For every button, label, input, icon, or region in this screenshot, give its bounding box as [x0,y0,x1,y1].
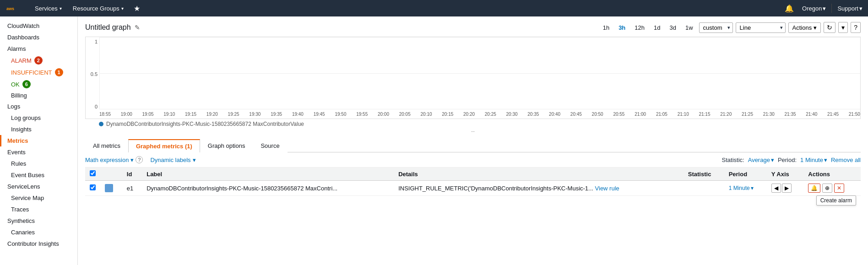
dynamic-labels-dropdown[interactable]: Dynamic labels ▾ [150,157,195,163]
sidebar-collapse-btn[interactable]: ◀ [77,135,78,146]
row-period-select[interactable]: 1 Minute ▾ [729,185,762,191]
chart-separator: -- [85,127,861,135]
row-details: INSIGHT_RULE_METRIC('DynamoDBContributor… [398,185,593,192]
y-axis-controls: ◀ ▶ [771,184,799,193]
tab-graph-options[interactable]: Graph options [200,139,253,152]
alarm-bell-btn[interactable]: 🔔 [808,184,820,193]
insufficient-count-badge: 1 [55,68,63,76]
y-axis-left-btn[interactable]: ◀ [771,184,781,193]
svg-text:aws: aws [6,6,14,11]
nav-resource-groups[interactable]: Resource Groups ▾ [69,0,127,16]
actions-button[interactable]: Actions ▾ [788,22,821,33]
y-axis-right-btn[interactable]: ▶ [782,184,792,193]
ok-count-badge: 6 [22,80,31,88]
sidebar-item-billing[interactable]: Billing [0,90,77,101]
sidebar-item-traces[interactable]: Traces [0,204,77,215]
actions-chevron-icon: ▾ [814,24,817,31]
time-btn-1h[interactable]: 1h [600,23,613,32]
math-expression-dropdown[interactable]: Math expression ▾ ? [85,156,143,163]
refresh-options-button[interactable]: ▾ [838,22,848,33]
sidebar-item-contributor-insights[interactable]: Contributor Insights [0,238,77,249]
grid-line-mid [100,73,860,74]
notification-bell-icon[interactable]: 🔔 [780,4,798,13]
period-dropdown[interactable]: 1 Minute ▾ [800,157,827,163]
services-chevron-icon: ▾ [60,6,62,11]
nav-region[interactable]: Oregon ▾ [802,5,826,12]
refresh-button[interactable]: ↻ [824,22,835,33]
col-color [100,168,122,181]
time-btn-1d[interactable]: 1d [651,23,663,32]
metrics-toolbar-right: Statistic: Average ▾ Period: 1 Minute ▾ … [722,157,861,163]
sidebar-item-metrics[interactable]: Metrics [0,135,77,146]
graph-title-text: Untitled graph [85,23,131,32]
tab-bar: All metrics Graphed metrics (1) Graph op… [85,139,861,152]
copy-btn[interactable]: ⊕ [822,184,832,193]
tab-source[interactable]: Source [253,139,287,152]
main-content: Untitled graph ✎ 1h 3h 12h 1d 3d 1w cust… [78,16,868,265]
statistic-dropdown[interactable]: Average ▾ [748,157,774,163]
sidebar-item-alarms[interactable]: Alarms [0,43,77,54]
sidebar-item-service-map[interactable]: Service Map [0,192,77,204]
table-header-row: Id Label Details Statistic Period Y Axis… [85,168,861,181]
chart-type-dropdown-wrap[interactable]: Line Stacked area Number Bar [736,22,786,33]
time-controls: 1h 3h 12h 1d 3d 1w custom Line Stacked a… [600,22,861,33]
sidebar-item-events[interactable]: Events [0,146,77,158]
alarm-count-badge: 2 [34,56,43,65]
chart-type-select[interactable]: Line Stacked area Number Bar [736,22,786,33]
row-actions-cell: 🔔 ⊕ ✕ Create alarm [803,181,861,196]
period-chevron-icon: ▾ [824,157,827,163]
table-row: e1 DynamoDBContributorInsights-PKC-Music… [85,181,861,196]
sidebar-item-alarm[interactable]: ALARM 2 [0,54,77,66]
row-period-cell: 1 Minute ▾ [724,181,767,196]
row-checkbox[interactable] [90,184,96,190]
bookmarks-icon[interactable]: ★ [131,4,143,13]
chart-y-labels: 1 0.5 0 [86,37,99,109]
help-button[interactable]: ? [851,22,861,33]
create-alarm-popup[interactable]: Create alarm [816,195,856,206]
nav-services[interactable]: Services ▾ [31,0,65,16]
resource-groups-chevron-icon: ▾ [121,6,124,11]
sidebar-item-canaries[interactable]: Canaries [0,227,77,238]
sidebar-item-service-lens[interactable]: ServiceLens [0,181,77,192]
view-rule-link[interactable]: View rule [595,185,619,192]
remove-all-button[interactable]: Remove all [831,157,861,163]
graph-title-area: Untitled graph ✎ [85,23,140,32]
sidebar-item-insufficient[interactable]: INSUFFICIENT 1 [0,66,77,78]
row-actions-group: 🔔 ⊕ ✕ Create alarm [808,184,856,193]
sidebar-item-synthetics[interactable]: Synthetics [0,215,77,227]
custom-time-select[interactable]: custom [699,22,733,33]
col-statistic: Statistic [684,168,724,181]
math-expression-help-icon[interactable]: ? [136,156,143,163]
row-label: DynamoDBContributorInsights-PKC-Music-15… [146,185,337,192]
metrics-toolbar-left: Math expression ▾ ? Dynamic labels ▾ [85,156,196,163]
row-label-cell: DynamoDBContributorInsights-PKC-Music-15… [142,181,394,196]
delete-btn[interactable]: ✕ [834,184,844,193]
row-id-cell: e1 [122,181,142,196]
sidebar-item-cloudwatch[interactable]: CloudWatch [0,20,77,32]
row-period-chevron-icon: ▾ [751,185,754,191]
time-btn-3h[interactable]: 3h [615,23,629,32]
sidebar-item-log-groups[interactable]: Log groups [0,112,77,124]
graph-header: Untitled graph ✎ 1h 3h 12h 1d 3d 1w cust… [85,22,861,33]
row-checkbox-cell [85,181,100,196]
time-btn-12h[interactable]: 12h [631,23,648,32]
nav-support[interactable]: Support ▾ [837,5,863,12]
row-color-swatch[interactable] [105,184,113,192]
tab-graphed-metrics[interactable]: Graphed metrics (1) [128,139,200,152]
col-actions: Actions [803,168,861,181]
chart-area: 1 0.5 0 18:55 19:00 19:05 19:10 19:15 19… [85,37,861,119]
sidebar-item-event-buses[interactable]: Event Buses [0,169,77,181]
time-btn-1w[interactable]: 1w [682,23,696,32]
sidebar-item-ok[interactable]: OK 6 [0,78,77,90]
tab-all-metrics[interactable]: All metrics [85,139,128,152]
sidebar-item-logs[interactable]: Logs [0,101,77,112]
custom-time-dropdown-wrap[interactable]: custom [699,22,733,33]
statistic-chevron-icon: ▾ [771,157,774,163]
sidebar-item-rules[interactable]: Rules [0,158,77,169]
time-btn-3d[interactable]: 3d [666,23,679,32]
edit-title-icon[interactable]: ✎ [135,24,140,31]
sidebar-item-dashboards[interactable]: Dashboards [0,32,77,43]
sidebar-item-insights[interactable]: Insights [0,124,77,135]
aws-logo: aws [5,3,24,14]
select-all-checkbox[interactable] [90,170,96,176]
